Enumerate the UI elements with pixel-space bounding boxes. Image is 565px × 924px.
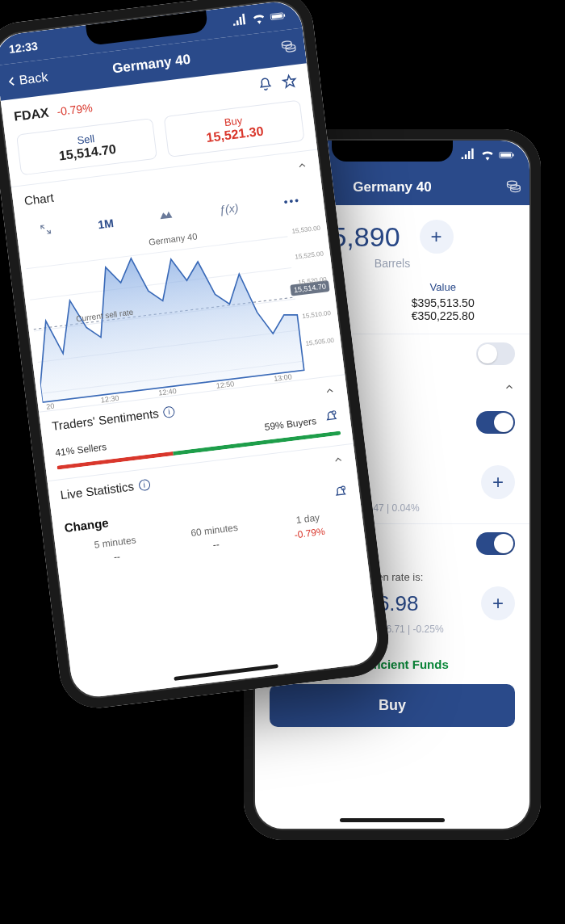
wifi-icon [250,10,268,27]
more-icon[interactable]: ••• [276,189,308,212]
stats-bell-icon[interactable]: + [333,485,349,503]
symbol-code: FDAX [13,106,49,124]
screen-chart: 12:33 Back Germany 40 FDAX -0.79% [0,0,380,699]
back-button[interactable]: Back [6,69,48,89]
coins-icon[interactable] [505,178,521,197]
chart-type-icon[interactable] [152,204,182,228]
stats-col: 1 day-0.79% [292,511,326,540]
sellers-label: 41% Sellers [55,441,107,459]
info-icon[interactable]: i [138,478,151,491]
svg-rect-6 [272,14,282,19]
battery-icon [269,7,287,25]
x-tick: 20 [46,402,55,411]
chevron-up-icon [296,159,309,174]
svg-rect-2 [513,154,513,157]
wifi-icon [479,147,496,163]
change-label: Change [64,515,110,535]
back-label: Back [19,69,49,87]
stats-col-label: 5 minutes [94,534,136,550]
info-icon[interactable]: i [163,405,176,418]
expand-icon[interactable] [32,218,61,243]
rate1-plus-button[interactable]: + [481,465,515,499]
symbol-change: -0.79% [56,101,94,118]
value-col: Value $395,513.50 €350,225.80 [412,281,475,322]
chevron-left-icon [6,74,19,90]
home-indicator [340,818,445,822]
toggle-3[interactable] [476,532,515,555]
coins-icon[interactable] [279,37,298,58]
svg-rect-7 [284,15,286,17]
status-icons [231,7,287,30]
chevron-up-icon [324,384,337,400]
signal-icon [231,12,249,30]
stats-col: 5 minutes-- [94,534,139,565]
favorite-star-icon[interactable] [280,73,299,94]
alert-bell-icon[interactable] [257,75,275,96]
stats-col-label: 1 day [292,511,324,527]
phone-chart: 12:33 Back Germany 40 FDAX -0.79% [0,0,393,712]
stats-col-value: -0.79% [294,526,325,541]
toggle-2[interactable] [476,411,515,434]
stats-col: 60 minutes-- [190,522,241,553]
sentiments-label: Traders' Sentiments [51,406,159,433]
svg-point-3 [508,181,517,185]
stats-col-value: -- [192,536,241,553]
value-label: Value [412,281,475,293]
toggle-1[interactable] [476,342,515,365]
quantity-plus-button[interactable]: + [420,220,454,254]
stats-col-label: 60 minutes [190,522,239,539]
page-title: Germany 40 [111,52,191,78]
function-icon[interactable]: ƒ(x) [211,196,246,220]
stats-label: Live Statistics [60,479,135,502]
chevron-up-icon [332,453,345,468]
rate2-plus-button[interactable]: + [481,586,515,620]
page-title: Germany 40 [353,179,431,195]
value-eur: €350,225.80 [412,309,475,322]
notch [332,141,453,162]
status-icons [460,147,515,163]
quantity-value[interactable]: 5,890 [331,221,400,253]
stats-col-value: -- [95,548,138,565]
battery-icon [499,147,515,163]
buyers-label: 59% Buyers [264,415,317,433]
value-usd: $395,513.50 [412,296,475,309]
buy-button[interactable]: Buy [270,684,515,727]
status-time: 12:33 [8,40,38,56]
chart-header-label: Chart [23,191,54,208]
sentiment-bell-icon[interactable]: + [324,410,340,428]
signal-icon [460,147,476,163]
timeframe-selector[interactable]: 1M [90,212,121,234]
chevron-up-icon [504,381,515,395]
svg-rect-1 [500,153,511,157]
svg-line-11 [30,267,291,300]
